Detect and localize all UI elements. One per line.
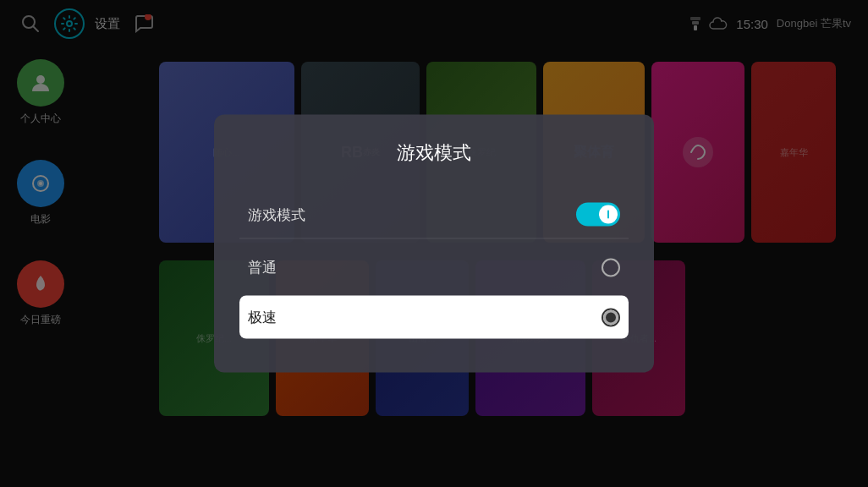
option-speed-label: 极速 [248, 308, 277, 327]
option-speed-row[interactable]: 极速 [239, 296, 629, 339]
toggle-knob-line [607, 211, 609, 219]
game-mode-toggle[interactable] [576, 203, 620, 227]
toggle-knob [599, 205, 618, 224]
option-normal-label: 普通 [248, 258, 277, 277]
option-normal-row[interactable]: 普通 [239, 246, 629, 289]
radio-inner-dot [606, 312, 616, 322]
game-mode-dialog: 游戏模式 游戏模式 普通 极速 [214, 115, 654, 373]
game-mode-toggle-label: 游戏模式 [248, 205, 305, 224]
option-normal-radio[interactable] [602, 258, 620, 276]
option-speed-radio[interactable] [602, 308, 620, 326]
game-mode-toggle-row: 游戏模式 [239, 191, 629, 239]
dialog-title: 游戏模式 [239, 140, 629, 166]
